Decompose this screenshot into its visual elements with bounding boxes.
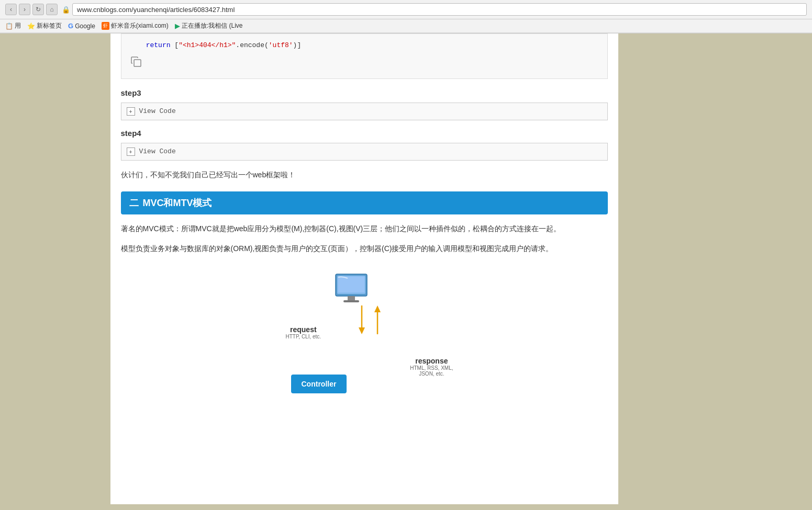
section-number: 二 — [129, 197, 139, 209]
svg-marker-9 — [374, 305, 381, 312]
request-label: request HTTP, CLI, etc. — [286, 325, 321, 339]
forward-button[interactable]: › — [19, 4, 30, 15]
code-line: return ["<h1>404</h1>".encode('utf8')] — [130, 40, 599, 51]
nav-buttons: ‹ › ↻ ⌂ — [5, 4, 58, 15]
notice-text: 伙计们，不知不觉我们自己已经写出一个web框架啦！ — [121, 169, 608, 182]
monitor-icon — [333, 273, 370, 306]
step3-label: step3 — [121, 88, 608, 97]
right-sidebar — [728, 33, 812, 504]
step4-expand-icon[interactable]: + — [127, 148, 135, 156]
svg-rect-5 — [343, 300, 359, 302]
bookmark-google-label: Google — [75, 22, 95, 30]
arrow-up-response — [372, 305, 383, 336]
svg-rect-3 — [338, 277, 364, 292]
controller-box: Controller — [291, 375, 347, 393]
step3-view-code-box: + View Code — [121, 103, 608, 120]
step4-view-code-header[interactable]: + View Code — [121, 143, 607, 160]
step3-view-code-header[interactable]: + View Code — [121, 103, 607, 120]
reload-button[interactable]: ↻ — [32, 4, 44, 15]
bookmarks-bar: 📋 用 ⭐ 新标签页 G Google 虾 虾米音乐(xiami.com) ▶ … — [0, 19, 812, 33]
svg-marker-7 — [359, 327, 365, 334]
step4-view-code-box: + View Code — [121, 143, 608, 161]
bookmark-app-icon: 📋 — [5, 22, 13, 30]
content-area: return ["<h1>404</h1>".encode('utf8')] s… — [110, 33, 618, 504]
bookmark-xiami-label: 虾米音乐(xiami.com) — [111, 21, 169, 30]
step4-view-code-label: View Code — [139, 148, 176, 155]
bookmark-playing-label: 正在播放:我相信 (Live — [182, 21, 243, 30]
back-button[interactable]: ‹ — [5, 4, 17, 15]
svg-rect-4 — [348, 296, 355, 300]
diagram-container: request HTTP, CLI, etc. response HTML, R… — [260, 273, 469, 399]
step4-label: step4 — [121, 129, 608, 138]
address-bar[interactable] — [72, 3, 807, 16]
mvc-paragraph2: 模型负责业务对象与数据库的对象(ORM),视图负责与用户的交互(页面），控制器(… — [121, 243, 608, 255]
bookmark-newtab-icon: ⭐ — [27, 22, 35, 30]
play-icon: ▶ — [175, 22, 180, 30]
code-block-top: return ["<h1>404</h1>".encode('utf8')] — [121, 33, 608, 79]
bookmark-playing[interactable]: ▶ 正在播放:我相信 (Live — [175, 21, 243, 30]
step3-expand-icon[interactable]: + — [127, 107, 135, 116]
svg-rect-0 — [134, 60, 141, 66]
arrow-down-request — [357, 305, 367, 336]
xiami-icon: 虾 — [102, 22, 109, 30]
mvc-paragraph1: 著名的MVC模式：所谓MVC就是把web应用分为模型(M),控制器(C),视图(… — [121, 223, 608, 235]
page-wrapper: return ["<h1>404</h1>".encode('utf8')] s… — [0, 33, 812, 504]
browser-toolbar: ‹ › ↻ ⌂ 🔒 — [0, 0, 812, 19]
google-icon: G — [68, 22, 73, 30]
secure-icon: 🔒 — [62, 6, 70, 14]
bookmark-xiami[interactable]: 虾 虾米音乐(xiami.com) — [102, 21, 169, 30]
section-title: MVC和MTV模式 — [143, 197, 212, 209]
copy-icon[interactable] — [130, 55, 142, 72]
response-label: response HTML, RSS, XML,JSON, etc. — [410, 357, 453, 377]
bookmark-google[interactable]: G Google — [68, 22, 95, 30]
mvc-diagram: request HTTP, CLI, etc. response HTML, R… — [121, 263, 608, 409]
home-button[interactable]: ⌂ — [46, 4, 58, 15]
step3-view-code-label: View Code — [139, 107, 176, 115]
section-header: 二 MVC和MTV模式 — [121, 191, 608, 214]
browser-chrome: ‹ › ↻ ⌂ 🔒 📋 用 ⭐ 新标签页 G Google 虾 虾米音乐(xia… — [0, 0, 812, 33]
bookmark-app-label: 用 — [15, 21, 21, 30]
bookmark-newtab-label: 新标签页 — [37, 21, 62, 30]
bookmark-newtab[interactable]: ⭐ 新标签页 — [27, 21, 62, 30]
bookmark-app[interactable]: 📋 用 — [5, 21, 21, 30]
